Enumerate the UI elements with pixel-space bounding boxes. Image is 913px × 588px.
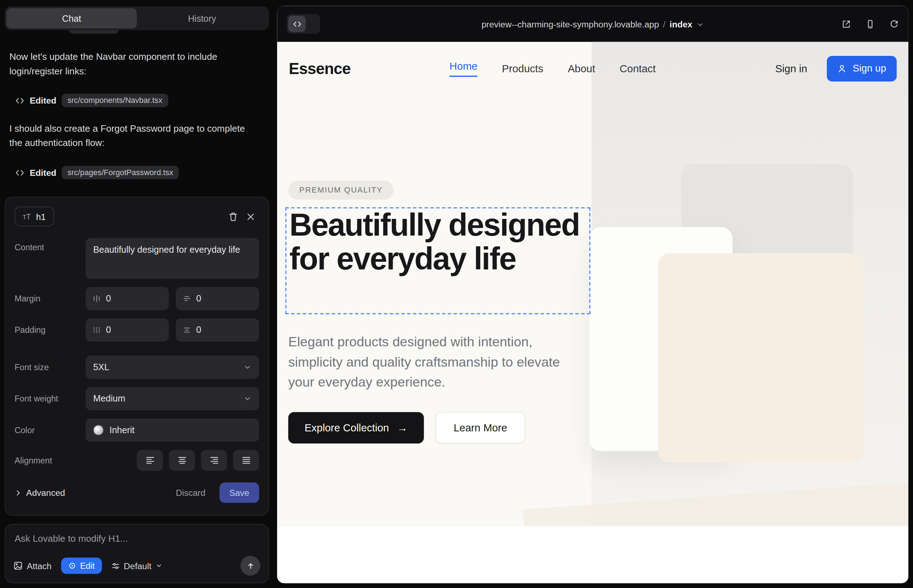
- align-right-icon: [209, 456, 219, 465]
- site-auth-actions: Sign in Sign up: [775, 56, 897, 81]
- align-left-icon: [145, 456, 155, 465]
- padding-horizontal-icon: [92, 326, 101, 334]
- app-root: Chat History Now let's update the Navbar…: [0, 0, 913, 588]
- color-swatch: [93, 425, 104, 435]
- chat-panel: Chat History Now let's update the Navbar…: [0, 0, 277, 588]
- hero-subtext: Elegant products designed with intention…: [288, 332, 572, 392]
- site-navbar: Essence Home Products About Contact Sign…: [277, 42, 908, 95]
- site-logo[interactable]: Essence: [289, 60, 350, 78]
- sliders-icon: [111, 561, 120, 570]
- selected-element-outline[interactable]: Beautifully designed for everyday life: [285, 207, 590, 314]
- chevron-down-icon: [155, 562, 163, 570]
- site-nav-links: Home Products About Contact: [449, 60, 656, 77]
- code-icon: [15, 96, 24, 105]
- nav-link-contact[interactable]: Contact: [620, 63, 656, 75]
- delete-element-button[interactable]: [224, 208, 242, 225]
- hero-headline: Beautifully designed for everyday life: [287, 208, 589, 276]
- mobile-view-icon[interactable]: [865, 19, 875, 29]
- tab-history[interactable]: History: [137, 8, 267, 29]
- address-bar: preview--charming-site-symphony.lovable.…: [277, 6, 908, 42]
- chevron-down-icon: [244, 363, 252, 371]
- sign-in-link[interactable]: Sign in: [775, 63, 807, 75]
- close-icon: [246, 212, 255, 221]
- arrow-right-icon: →: [397, 422, 407, 434]
- align-justify-icon: [241, 456, 251, 465]
- discard-button[interactable]: Discard: [176, 488, 206, 498]
- explore-collection-button[interactable]: Explore Collection →: [288, 412, 424, 444]
- sign-up-button[interactable]: Sign up: [827, 56, 897, 81]
- font-weight-row: Font weight Medium: [15, 387, 259, 410]
- preview-topbar: preview--charming-site-symphony.lovable.…: [277, 6, 908, 42]
- chat-message: Now let's update the Navbar component to…: [9, 50, 254, 79]
- chat-composer: Attach Edit Default: [5, 524, 269, 583]
- margin-row: Margin 0 0: [15, 287, 259, 310]
- margin-label: Margin: [15, 294, 86, 303]
- padding-x-input[interactable]: 0: [86, 318, 169, 341]
- nav-link-products[interactable]: Products: [502, 63, 543, 75]
- code-icon: [293, 19, 302, 29]
- trash-icon: [228, 212, 238, 221]
- margin-vertical-icon: [183, 294, 191, 302]
- chat-message: I should also create a Forgot Password p…: [9, 122, 254, 150]
- send-button[interactable]: [240, 556, 260, 576]
- chevron-down-icon: [244, 395, 252, 403]
- padding-vertical-icon: [183, 326, 191, 334]
- editor-header: тT h1: [15, 207, 259, 226]
- font-size-row: Font size 5XL: [15, 355, 259, 379]
- font-size-label: Font size: [15, 363, 86, 372]
- attach-button[interactable]: Attach: [13, 561, 52, 571]
- font-weight-label: Font weight: [15, 394, 86, 403]
- font-size-select[interactable]: 5XL: [86, 355, 259, 379]
- content-row: Content Beautifully designed for everyda…: [15, 238, 259, 279]
- edited-file-row: Edited src/components/Navbar.tsx: [15, 94, 168, 107]
- nav-link-home[interactable]: Home: [449, 60, 478, 77]
- edit-mode-button[interactable]: Edit: [61, 558, 102, 574]
- open-external-icon[interactable]: [842, 19, 851, 29]
- padding-label: Padding: [15, 325, 86, 334]
- align-justify-button[interactable]: [233, 450, 259, 471]
- edited-file-chip[interactable]: src/components/Navbar.tsx: [62, 94, 168, 107]
- margin-y-input[interactable]: 0: [176, 287, 259, 310]
- preview-window: preview--charming-site-symphony.lovable.…: [277, 6, 908, 583]
- edited-file-chip[interactable]: src/pages/ForgotPassword.tsx: [62, 166, 179, 179]
- hero-cta-row: Explore Collection → Learn More: [288, 412, 525, 444]
- code-icon: [15, 168, 24, 177]
- element-tag: h1: [36, 212, 45, 221]
- nav-link-about[interactable]: About: [568, 63, 595, 75]
- edited-file-row: Edited src/pages/ForgotPassword.tsx: [15, 166, 179, 179]
- topbar-actions: [842, 19, 899, 29]
- padding-y-input[interactable]: 0: [176, 318, 259, 341]
- align-left-button[interactable]: [137, 450, 163, 471]
- font-weight-select[interactable]: Medium: [86, 387, 259, 410]
- element-tag-badge[interactable]: тT h1: [15, 207, 54, 226]
- color-label: Color: [15, 425, 86, 435]
- section-divider: [277, 526, 908, 583]
- content-input[interactable]: Beautifully designed for everyday life: [86, 238, 259, 279]
- alignment-row: Alignment: [15, 450, 259, 471]
- align-center-button[interactable]: [169, 450, 195, 471]
- code-view-toggle[interactable]: [287, 14, 321, 34]
- preview-url: preview--charming-site-symphony.lovable.…: [481, 19, 659, 29]
- chevron-down-icon: [696, 21, 704, 28]
- content-label: Content: [15, 238, 86, 252]
- panel-tabs: Chat History: [5, 6, 269, 30]
- close-editor-button[interactable]: [242, 208, 259, 225]
- save-button[interactable]: Save: [219, 483, 259, 503]
- editor-footer: Advanced Discard Save: [15, 483, 259, 503]
- edit-target-icon: [68, 562, 76, 570]
- edited-label: Edited: [29, 95, 56, 105]
- site-canvas: Essence Home Products About Contact Sign…: [277, 42, 908, 583]
- align-right-button[interactable]: [201, 450, 227, 471]
- color-select[interactable]: Inherit: [86, 418, 259, 442]
- tab-chat[interactable]: Chat: [6, 8, 137, 29]
- preview-path: index: [669, 19, 692, 29]
- composer-input[interactable]: [13, 531, 260, 554]
- element-editor-panel: тT h1 Content Beautifull: [5, 197, 269, 516]
- refresh-icon[interactable]: [889, 19, 899, 29]
- align-center-icon: [177, 456, 186, 465]
- learn-more-button[interactable]: Learn More: [435, 412, 525, 444]
- advanced-toggle[interactable]: Advanced: [15, 488, 65, 498]
- margin-x-input[interactable]: 0: [86, 287, 169, 310]
- decor-card-cream: [658, 253, 863, 463]
- default-mode-select[interactable]: Default: [111, 561, 163, 571]
